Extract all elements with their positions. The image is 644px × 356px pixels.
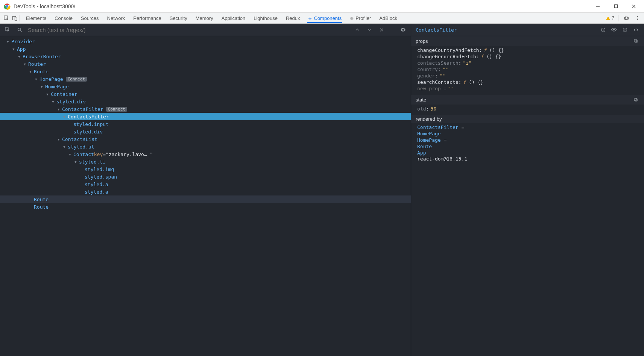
next-match-icon[interactable] (366, 26, 373, 33)
copy-state-icon[interactable] (632, 96, 639, 103)
tree-row[interactable]: Route (0, 203, 411, 211)
devtools-tabbar: ElementsConsoleSourcesNetworkPerformance… (0, 13, 644, 24)
svg-point-22 (18, 28, 21, 31)
tab-network[interactable]: Network (106, 13, 126, 23)
new-prop-key-input[interactable] (417, 86, 444, 91)
prop-row[interactable]: searchContacts: f () {} (417, 79, 639, 85)
svg-point-8 (310, 18, 311, 19)
renderedby-section-header: rendered by (411, 115, 644, 123)
device-toolbar-icon[interactable] (11, 14, 19, 22)
tree-row[interactable]: ▾ContactsList (0, 135, 411, 143)
svg-rect-29 (635, 99, 637, 101)
svg-rect-17 (608, 19, 608, 19)
window-titlebar: DevTools - localhost:3000/ (0, 0, 644, 13)
svg-point-3 (6, 5, 8, 7)
tree-row[interactable]: ▾Provider (0, 38, 411, 45)
tree-search-input[interactable] (28, 27, 349, 33)
minimize-button[interactable] (594, 2, 602, 11)
inspect-dom-icon[interactable] (610, 26, 618, 33)
tab-lighthouse[interactable]: Lighthouse (253, 13, 278, 23)
new-prop-row[interactable]: : "" (417, 85, 639, 92)
tree-row[interactable]: ▾HomePageConnect (0, 75, 411, 83)
pick-component-icon[interactable] (4, 26, 11, 33)
tree-row[interactable]: styled.input (0, 120, 411, 128)
tree-row[interactable]: styled.a (0, 180, 411, 188)
rendered-by-list: ContactsFilter =HomePageHomePage =RouteA… (411, 123, 644, 165)
tree-toolbar (0, 24, 411, 36)
rendered-by-link[interactable]: HomePage (417, 130, 639, 137)
props-section-header: props (411, 36, 644, 46)
separator (618, 15, 618, 21)
svg-point-24 (613, 29, 615, 30)
tab-adblock[interactable]: AdBlock (378, 13, 398, 23)
rendered-by-link[interactable]: App (417, 150, 639, 156)
log-data-icon[interactable] (621, 26, 629, 33)
svg-rect-28 (634, 39, 636, 42)
prop-row[interactable]: gender: "" (417, 73, 639, 79)
rendered-by-link[interactable]: Route (417, 143, 639, 150)
tree-row[interactable]: Route (0, 195, 411, 203)
tree-row[interactable]: ▾styled.ul (0, 143, 411, 150)
tree-row[interactable]: styled.img (0, 165, 411, 173)
tree-row[interactable]: ▾styled.div (0, 98, 411, 105)
svg-rect-4 (614, 5, 617, 8)
kebab-menu-icon[interactable] (633, 14, 642, 22)
tree-row[interactable]: styled.div (0, 128, 411, 135)
tab-performance[interactable]: Performance (132, 13, 162, 23)
warnings-indicator[interactable]: 7 (606, 15, 614, 21)
props-label: props (416, 38, 428, 44)
svg-point-26 (624, 29, 626, 30)
prev-match-icon[interactable] (354, 26, 361, 33)
inspect-element-icon[interactable] (2, 14, 11, 22)
prop-row[interactable]: changeCountryAndFetch: f () {} (417, 47, 639, 53)
tree-row[interactable]: ▾App (0, 45, 411, 53)
tab-memory[interactable]: Memory (195, 13, 214, 23)
close-button[interactable] (630, 2, 638, 11)
tree-row[interactable]: ▾Contact key="zackary.lavo… " (0, 150, 411, 158)
copy-props-icon[interactable] (632, 37, 639, 45)
prop-row[interactable]: contactsSearch: "z" (417, 60, 639, 66)
tree-row[interactable]: ▾Router (0, 60, 411, 68)
tab-sources[interactable]: Sources (80, 13, 100, 23)
renderer-version: react-dom@16.13.1 (417, 156, 639, 162)
tree-row[interactable]: ▾ContactsFilterConnect (0, 105, 411, 113)
svg-rect-30 (634, 98, 636, 100)
view-source-icon[interactable] (632, 26, 639, 33)
svg-point-18 (637, 16, 638, 17)
tree-row[interactable]: ▾Container (0, 90, 411, 98)
prop-row[interactable]: country: "" (417, 66, 639, 73)
state-list: old: 30 (411, 105, 644, 115)
rendered-by-link[interactable]: ContactsFilter = (417, 124, 639, 130)
tab-components[interactable]: Components (307, 13, 342, 23)
tab-console[interactable]: Console (54, 13, 73, 23)
tree-row[interactable]: styled.a (0, 188, 411, 195)
component-tree[interactable]: ▾Provider▾App▾BrowserRouter▾Router▾Route… (0, 36, 411, 356)
tab-security[interactable]: Security (169, 13, 188, 23)
rendered-by-link[interactable]: HomePage = (417, 137, 639, 143)
tab-profiler[interactable]: Profiler (349, 13, 372, 23)
separator (20, 15, 20, 21)
suspend-icon[interactable] (599, 26, 607, 33)
tree-settings-gear-icon[interactable] (399, 26, 407, 33)
state-row[interactable]: old: 30 (417, 106, 639, 112)
tab-elements[interactable]: Elements (25, 13, 47, 23)
tab-application[interactable]: Application (221, 13, 246, 23)
tree-row[interactable]: ▾BrowserRouter (0, 53, 411, 60)
chrome-logo-icon (4, 3, 11, 10)
tree-row[interactable]: ▾Route (0, 68, 411, 75)
tab-redux[interactable]: Redux (285, 13, 301, 23)
svg-rect-16 (608, 17, 608, 18)
tree-row[interactable]: styled.span (0, 173, 411, 180)
settings-gear-icon[interactable] (622, 14, 630, 22)
prop-row[interactable]: changeGenderAndFetch: f () {} (417, 53, 639, 60)
tree-row[interactable]: ▾ContactsFilter (0, 113, 411, 120)
tree-row[interactable]: ▾HomePage (0, 83, 411, 90)
svg-point-19 (637, 18, 638, 18)
selected-component-name: ContactsFilter (416, 27, 457, 33)
tree-row[interactable]: ▾styled.li (0, 158, 411, 165)
renderedby-label: rendered by (416, 116, 442, 122)
clear-search-icon[interactable] (378, 26, 385, 33)
state-section-header: state (411, 95, 644, 105)
maximize-button[interactable] (612, 2, 620, 11)
svg-point-20 (637, 19, 638, 20)
